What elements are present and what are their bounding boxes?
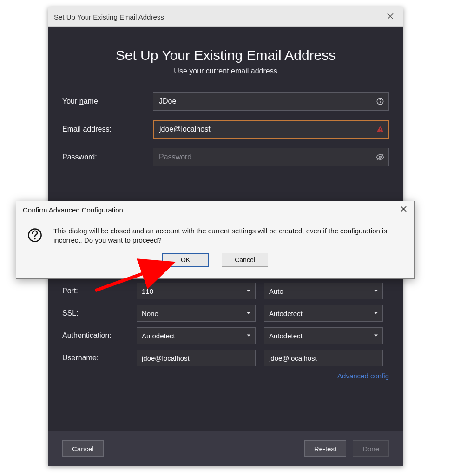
window-titlebar: Set Up Your Existing Email Address bbox=[48, 7, 403, 27]
warning-icon bbox=[376, 125, 384, 133]
info-icon[interactable] bbox=[376, 97, 384, 106]
page-header: Set Up Your Existing Email Address bbox=[62, 47, 389, 63]
chevron-down-icon bbox=[246, 287, 251, 295]
confirm-title: Confirm Advanced Configuration bbox=[23, 206, 396, 214]
chevron-down-icon bbox=[246, 310, 251, 317]
window-close-button[interactable] bbox=[382, 9, 398, 25]
done-button[interactable]: Done bbox=[353, 440, 389, 457]
page-subheader: Use your current email address bbox=[62, 67, 389, 75]
advanced-config-link[interactable]: Advanced config bbox=[337, 372, 389, 380]
confirm-cancel-button[interactable]: Cancel bbox=[222, 253, 268, 267]
outgoing-port-select[interactable]: Auto bbox=[264, 283, 383, 299]
svg-rect-3 bbox=[380, 128, 381, 130]
window-title: Set Up Your Existing Email Address bbox=[54, 13, 382, 21]
incoming-username-input[interactable] bbox=[137, 350, 256, 366]
port-label: Port: bbox=[62, 287, 137, 295]
svg-point-2 bbox=[380, 99, 380, 100]
retest-button[interactable]: Re-test bbox=[304, 440, 346, 457]
chevron-down-icon bbox=[373, 310, 379, 317]
incoming-auth-value: Autodetect bbox=[142, 332, 175, 340]
confirm-message: This dialog will be closed and an accoun… bbox=[53, 226, 405, 245]
incoming-ssl-select[interactable]: None bbox=[137, 305, 256, 322]
chevron-down-icon bbox=[246, 332, 251, 340]
svg-point-8 bbox=[34, 238, 35, 239]
password-input[interactable] bbox=[153, 148, 389, 166]
incoming-port-select[interactable]: 110 bbox=[137, 283, 256, 299]
name-label: Your name: bbox=[62, 97, 153, 106]
name-input[interactable] bbox=[153, 92, 389, 111]
outgoing-auth-select[interactable]: Autodetect bbox=[264, 327, 383, 344]
outgoing-ssl-value: Autodetect bbox=[269, 310, 303, 317]
question-icon bbox=[26, 227, 44, 245]
close-icon bbox=[387, 13, 394, 21]
email-label: Email address: bbox=[62, 125, 153, 133]
outgoing-ssl-select[interactable]: Autodetect bbox=[264, 305, 383, 322]
incoming-port-value: 110 bbox=[142, 287, 153, 295]
outgoing-auth-value: Autodetect bbox=[269, 332, 303, 340]
username-label: Username: bbox=[62, 354, 137, 362]
confirm-titlebar: Confirm Advanced Configuration bbox=[16, 201, 414, 218]
close-icon bbox=[401, 205, 407, 214]
confirm-dialog: Confirm Advanced Configuration This dial… bbox=[16, 201, 415, 279]
incoming-auth-select[interactable]: Autodetect bbox=[137, 327, 256, 344]
chevron-down-icon bbox=[373, 332, 379, 340]
outgoing-port-value: Auto bbox=[269, 287, 283, 295]
email-input[interactable] bbox=[153, 120, 389, 139]
outgoing-username-input[interactable] bbox=[264, 350, 383, 366]
cancel-button[interactable]: Cancel bbox=[62, 440, 104, 457]
confirm-close-button[interactable] bbox=[396, 203, 410, 217]
chevron-down-icon bbox=[373, 287, 379, 295]
auth-label: Authentication: bbox=[62, 331, 137, 340]
eye-off-icon[interactable] bbox=[376, 153, 384, 161]
confirm-ok-button[interactable]: OK bbox=[162, 253, 209, 267]
password-label: Password: bbox=[62, 153, 153, 161]
ssl-label: SSL: bbox=[62, 309, 137, 317]
incoming-ssl-value: None bbox=[142, 310, 158, 317]
footer-bar: Cancel Re-test Done bbox=[48, 431, 403, 466]
svg-rect-4 bbox=[380, 131, 381, 132]
